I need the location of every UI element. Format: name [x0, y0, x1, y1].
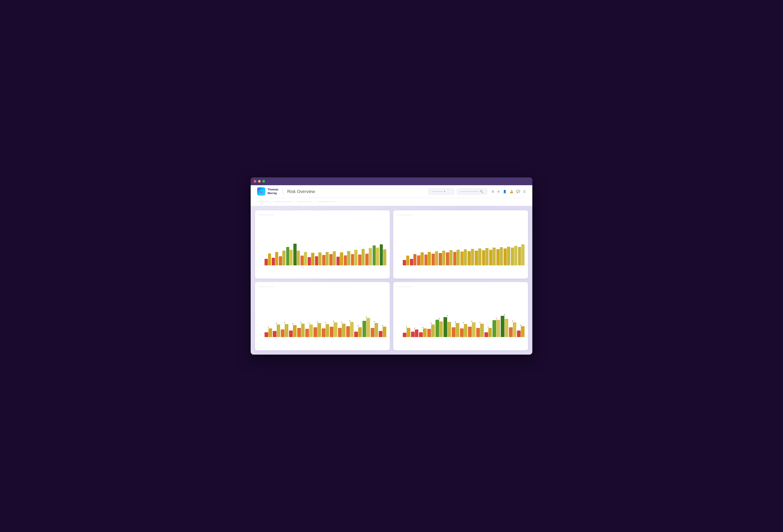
bar	[383, 327, 386, 337]
close-button[interactable]	[254, 180, 256, 183]
nav-tab-1[interactable]: ──────	[257, 198, 268, 206]
nav-tab-3[interactable]: ────────	[297, 198, 312, 206]
bar-group: ▲	[419, 326, 427, 337]
bar-group	[439, 251, 445, 265]
bar-group	[425, 252, 431, 265]
bar	[507, 247, 510, 265]
nav-tab-4[interactable]: ──────────	[317, 198, 335, 206]
arrow-down-icon: ▼	[357, 325, 359, 327]
bar-group	[301, 252, 307, 265]
bar	[279, 256, 282, 265]
bar	[366, 318, 370, 337]
bar-group	[453, 250, 460, 265]
bar	[476, 328, 480, 337]
bar	[403, 333, 406, 337]
bar	[362, 249, 365, 265]
x-labels-br: ///////////////	[403, 339, 525, 341]
search-icon[interactable]: ⊕	[497, 190, 500, 193]
y-labels-tl: ─ ─ ─ ─ ─	[258, 219, 260, 267]
bar-group: ▼	[427, 322, 435, 337]
y-labels-bl: ─ ─ ─ ─ ─	[258, 290, 260, 338]
arrow-down-icon: ▼	[292, 323, 293, 325]
bar-group	[468, 249, 474, 265]
chart-tl-bars	[264, 219, 386, 267]
bar	[432, 254, 435, 265]
arrow-up-icon: ▲	[276, 322, 277, 324]
bar-group: ▲	[330, 320, 337, 337]
bar	[443, 317, 447, 337]
dropdown-1[interactable]: ────── ▾	[428, 188, 454, 194]
bar	[496, 320, 500, 337]
dropdown-2-value: ──────────	[460, 190, 479, 193]
bar	[446, 252, 449, 265]
bar	[475, 251, 478, 265]
menu-icon[interactable]: ☰	[523, 190, 526, 193]
bar	[431, 324, 435, 337]
bar	[513, 322, 516, 337]
bar-group	[380, 244, 386, 265]
x-labels-bl: ///////////////	[264, 339, 386, 341]
arrow-up-icon: ▲	[316, 321, 318, 323]
bar-group	[503, 247, 510, 265]
bar	[373, 245, 376, 265]
app-window: Thomas Murray Risk Overview ────── ▾ ───…	[251, 178, 532, 354]
bar	[482, 250, 485, 265]
search-box[interactable]: ────────── 🔍	[457, 188, 487, 194]
maximize-button[interactable]	[262, 180, 265, 183]
bar	[365, 254, 369, 265]
arrow-up-icon: ▲	[455, 321, 456, 323]
chart-tl-area: ─ ─ ─ ─ ─	[258, 219, 386, 275]
bar-group	[358, 249, 365, 265]
grid-icon[interactable]: ⊞	[492, 190, 494, 193]
y-labels-tr: ─ ─ ─ ─ ─	[397, 219, 398, 267]
bar-group: ▲	[436, 318, 443, 337]
titlebar	[251, 178, 532, 185]
bar-group: ▼	[338, 322, 346, 337]
bar	[354, 250, 357, 265]
arrow-up-icon: ▲	[365, 316, 367, 318]
bar	[358, 254, 362, 265]
bar-group	[460, 249, 467, 265]
bar-group	[344, 251, 350, 265]
bar	[338, 328, 342, 337]
bar	[301, 324, 305, 337]
bar-group	[272, 252, 278, 265]
bell-icon[interactable]: 🔔	[509, 190, 513, 193]
nav-tab-2[interactable]: ──────────	[274, 198, 292, 206]
bar	[315, 256, 318, 265]
bar	[428, 252, 431, 265]
user-icon[interactable]: 👤	[503, 190, 506, 193]
chevron-down-icon: ▾	[444, 190, 445, 193]
chat-icon[interactable]: 💬	[516, 190, 520, 193]
bar	[464, 249, 467, 265]
header-divider	[283, 188, 283, 195]
minimize-button[interactable]	[258, 180, 261, 183]
bar	[511, 248, 514, 265]
bar	[329, 254, 333, 265]
chart-panel-tl: ────────── ─ ─ ─ ─ ─	[255, 210, 390, 279]
bar	[493, 248, 496, 265]
bar	[371, 328, 374, 337]
bar-group: ▲	[273, 322, 280, 337]
logo-text: Thomas Murray	[268, 188, 278, 195]
arrow-up-icon: ▲	[520, 324, 522, 326]
bar	[411, 332, 415, 337]
bar	[369, 248, 372, 265]
chart-bl-label: ──────────	[258, 285, 386, 288]
bar-group	[322, 252, 329, 265]
bar	[340, 252, 343, 265]
chart-br-bars: ▲ ▼ ▲ ▼ ▲ ▼ ▲ ▼ ▲ ▼ ▲ ▼ ▲ ▼ ▲	[403, 290, 525, 338]
bar	[351, 254, 354, 265]
bar	[264, 332, 268, 337]
bar	[456, 323, 459, 337]
bar	[337, 257, 340, 265]
arrow-up-icon: ▲	[382, 325, 383, 326]
bar-group: ▼	[305, 322, 313, 337]
bar-group: ▼	[476, 322, 484, 337]
bar	[330, 327, 334, 337]
bar	[342, 324, 346, 337]
bar-group: ▲	[468, 320, 476, 337]
bar	[358, 327, 362, 337]
bar	[297, 328, 301, 337]
bar	[301, 256, 304, 265]
